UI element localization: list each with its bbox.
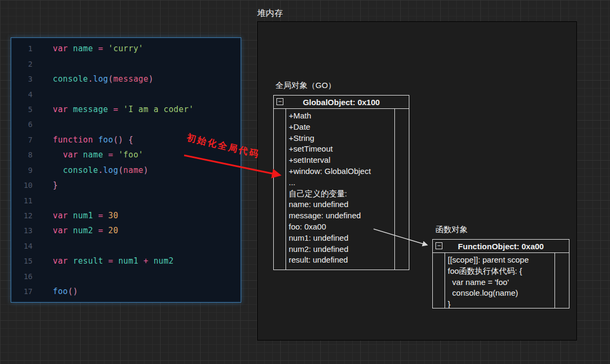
code-line: 16: [11, 269, 241, 284]
line-number: 14: [11, 242, 33, 250]
line-number: 7: [11, 136, 33, 144]
code-line: 11: [11, 193, 241, 208]
code-text: var result = num1 + num2: [53, 256, 173, 266]
object-member-line: +setInterval: [289, 155, 392, 166]
code-text: function foo() {: [53, 135, 133, 145]
code-text: }: [53, 180, 58, 190]
line-number: 4: [11, 90, 33, 99]
code-line: 10}: [11, 178, 241, 193]
code-line: 13var num2 = 20: [11, 223, 241, 238]
code-line: 14: [11, 239, 241, 254]
line-number: 6: [11, 120, 33, 129]
code-text: var message = 'I am a coder': [53, 105, 194, 114]
code-text: var num1 = 30: [53, 211, 118, 220]
code-editor[interactable]: 1var name = 'curry'23console.log(message…: [11, 37, 241, 303]
object-member-line: foo: 0xa00: [289, 221, 392, 233]
object-member-line: result: undefined: [289, 255, 392, 266]
object-member-line: 自己定义的变量:: [289, 188, 392, 200]
line-number: 10: [11, 181, 33, 189]
global-object-label[interactable]: 全局对象（GO）: [275, 81, 336, 91]
object-member-line: +Date: [289, 122, 392, 133]
line-number: 3: [11, 75, 33, 83]
code-line: 2: [11, 56, 241, 71]
code-line: 1var name = 'curry': [11, 41, 241, 56]
function-object-lines: [[scope]]: parent scopefoo函数执行体代码: { var…: [445, 253, 555, 308]
heap-title[interactable]: 堆内存: [257, 8, 283, 19]
code-line: 5var message = 'I am a coder': [11, 102, 241, 117]
object-member-line: var name = 'foo': [448, 277, 552, 288]
global-object-box[interactable]: − GlobalObject: 0x100 +Math+Date+String+…: [273, 95, 409, 270]
object-member-line: +String: [289, 133, 392, 144]
object-member-line: console.log(name): [448, 288, 552, 299]
line-number: 1: [11, 44, 33, 53]
code-line: 8 var name = 'foo': [11, 147, 241, 162]
object-member-line: [[scope]]: parent scope: [448, 255, 552, 266]
code-lines: 1var name = 'curry'23console.log(message…: [11, 38, 241, 299]
code-line: 6: [11, 117, 241, 132]
line-number: 13: [11, 226, 33, 235]
function-object-title: FunctionObject: 0xa00: [458, 242, 544, 251]
line-number: 5: [11, 105, 33, 114]
function-object-label[interactable]: 函数对象: [435, 225, 468, 235]
object-member-line: name: undefined: [289, 199, 392, 210]
code-text: var num2 = 20: [53, 226, 118, 235]
object-member-line: +window: GlobalObject: [289, 166, 392, 177]
object-member-line: +Math: [289, 110, 392, 122]
line-number: 9: [11, 166, 33, 175]
object-member-line: ...: [289, 177, 392, 188]
function-object-header: − FunctionObject: 0xa00: [433, 240, 569, 253]
line-number: 8: [11, 151, 33, 159]
line-number: 11: [11, 196, 33, 205]
line-number: 17: [11, 287, 33, 296]
code-text: var name = 'curry': [53, 44, 144, 53]
code-line: 15var result = num1 + num2: [11, 254, 241, 268]
global-object-title: GlobalObject: 0x100: [303, 98, 379, 107]
object-member-line: foo函数执行体代码: {: [448, 266, 552, 277]
function-object-box[interactable]: − FunctionObject: 0xa00 [[scope]]: paren…: [432, 239, 569, 308]
code-line: 3console.log(message): [11, 72, 241, 86]
object-member-line: num2: undefined: [289, 244, 392, 255]
global-object-header: − GlobalObject: 0x100: [274, 96, 409, 109]
line-number: 16: [11, 272, 33, 281]
global-object-body: +Math+Date+String+setTimeout+setInterval…: [274, 109, 409, 270]
object-member-line: num1: undefined: [289, 233, 392, 244]
collapse-icon[interactable]: −: [435, 242, 442, 249]
object-member-line: }: [448, 299, 552, 308]
code-line: 17foo(): [11, 284, 241, 299]
object-member-line: +setTimeout: [289, 144, 392, 155]
code-text: foo(): [53, 287, 78, 296]
global-object-lines: +Math+Date+String+setTimeout+setInterval…: [286, 109, 395, 270]
function-object-body: [[scope]]: parent scopefoo函数执行体代码: { var…: [433, 253, 569, 308]
line-number: 2: [11, 60, 33, 68]
code-text: console.log(message): [53, 74, 154, 84]
code-text: var name = 'foo': [53, 150, 144, 160]
line-number: 15: [11, 257, 33, 265]
code-line: 12var num1 = 30: [11, 208, 241, 223]
object-member-line: message: undefined: [289, 210, 392, 221]
code-text: console.log(name): [53, 165, 148, 175]
line-number: 12: [11, 211, 33, 220]
collapse-icon[interactable]: −: [276, 98, 283, 105]
code-line: 4: [11, 86, 241, 101]
code-line: 9 console.log(name): [11, 163, 241, 178]
